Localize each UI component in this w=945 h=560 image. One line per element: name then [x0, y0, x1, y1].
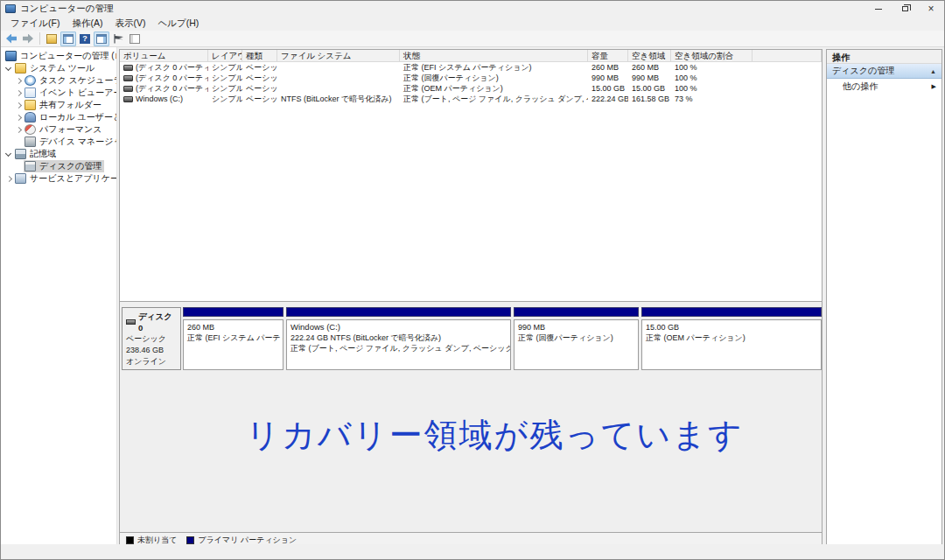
disk-type: ベーシック	[126, 333, 178, 345]
actions-group-label: ディスクの管理	[832, 65, 894, 77]
expand-arrow-icon[interactable]	[4, 174, 14, 184]
export-list-icon	[46, 34, 57, 44]
partition-efi[interactable]: 260 MB正常 (EFI システム パーティション)	[183, 307, 284, 370]
primary-partition-swatch	[186, 536, 194, 544]
toolbar-button-export-list-icon[interactable]	[44, 32, 60, 46]
tree-item-performance[interactable]: パフォーマンス	[1, 123, 116, 136]
primary-partition-bar	[183, 307, 284, 317]
menu-file[interactable]: ファイル(F)	[4, 17, 66, 31]
column-header-col-capacity[interactable]: 容量	[588, 50, 628, 61]
tree-item-label: システム ツール	[30, 62, 94, 74]
tree-item-task-scheduler[interactable]: タスク スケジューラ	[1, 74, 116, 87]
column-header-col-filesystem[interactable]: ファイル システム	[277, 50, 400, 61]
partition-info: 15.00 GB正常 (OEM パーティション)	[641, 319, 822, 370]
disk-status: オンライン	[126, 356, 178, 368]
primary-partition-bar	[514, 307, 639, 317]
cell-col-free: 260 MB	[628, 63, 671, 72]
tree-item-label: コンピューターの管理 (ローカル)	[20, 50, 117, 62]
actions-body: 他の操作 ▶	[827, 79, 942, 547]
collapse-arrow-icon[interactable]	[4, 150, 14, 159]
column-header-col-status[interactable]: 状態	[400, 50, 588, 61]
cell-col-volume: (ディスク 0 パーティション 5)	[120, 83, 208, 94]
partition-size: 222.24 GB NTFS (BitLocker で暗号化済み)	[290, 332, 507, 343]
task-scheduler-icon	[24, 75, 36, 86]
arrow-spacer	[14, 137, 24, 147]
submenu-arrow-icon: ▶	[932, 83, 936, 90]
tree-item-storage[interactable]: 記憶域	[1, 148, 116, 160]
toolbar-button-show-action-pane-icon[interactable]	[94, 32, 109, 46]
unallocated-swatch	[126, 536, 134, 544]
partition-info: 260 MB正常 (EFI システム パーティション)	[183, 319, 284, 370]
partition-info: 990 MB正常 (回復パーティション)	[514, 319, 639, 370]
volume-list: ボリュームレイアウト種類ファイル システム状態容量空き領域空き領域の割合 (ディ…	[120, 50, 822, 301]
services-icon	[15, 173, 26, 184]
toolbar-button-flag-icon[interactable]	[110, 32, 126, 46]
volume-row-partition5[interactable]: (ディスク 0 パーティション 5)シンプルベーシック正常 (OEM パーティシ…	[120, 83, 822, 94]
more-actions-item[interactable]: 他の操作 ▶	[827, 79, 942, 94]
tree-node: パフォーマンス	[24, 123, 104, 136]
performance-icon	[24, 124, 36, 135]
computer-management-window: コンピューターの管理 × ファイル(F)操作(A)表示(V)ヘルプ(H) コンピ…	[0, 0, 945, 560]
cell-col-volume: Windows (C:)	[120, 94, 208, 103]
system-tools-icon	[15, 63, 26, 74]
menu-view[interactable]: 表示(V)	[108, 17, 151, 31]
cell-col-free-pct: 100 %	[671, 84, 752, 93]
column-header-col-type[interactable]: 種類	[242, 50, 277, 61]
disk-name: ディスク 0	[138, 311, 178, 333]
tree-item-shared-folders[interactable]: 共有フォルダー	[1, 99, 116, 111]
tree-item-device-manager[interactable]: デバイス マネージャー	[1, 136, 116, 148]
tree-node: ディスクの管理	[24, 160, 104, 172]
tree-item-label: ローカル ユーザーとグループ	[39, 111, 117, 123]
tree-item-local-users-groups[interactable]: ローカル ユーザーとグループ	[1, 111, 116, 123]
actions-group-disk-management[interactable]: ディスクの管理 ▲	[827, 64, 942, 79]
device-manager-icon	[24, 136, 36, 147]
toolbar-button-back-icon[interactable]	[4, 32, 19, 46]
toolbar-button-forward-icon[interactable]	[20, 32, 36, 46]
toolbar-button-show-console-tree-icon[interactable]	[60, 32, 76, 46]
expand-arrow-icon[interactable]	[14, 101, 24, 110]
column-header-col-free-pct[interactable]: 空き領域の割合	[671, 50, 752, 61]
cell-col-capacity: 222.24 GB	[588, 94, 628, 103]
cell-col-free: 990 MB	[628, 74, 671, 82]
shared-folder-icon	[24, 100, 36, 110]
toolbar-button-panel-icon[interactable]	[127, 32, 143, 46]
restore-button[interactable]	[892, 1, 918, 17]
menu-action[interactable]: 操作(A)	[66, 17, 108, 31]
disk0-label[interactable]: ディスク 0 ベーシック 238.46 GB オンライン	[122, 307, 181, 370]
expand-arrow-icon[interactable]	[14, 113, 24, 122]
users-icon	[24, 112, 36, 122]
volume-icon	[123, 96, 133, 102]
tree-item-event-viewer[interactable]: イベント ビューアー	[1, 87, 116, 99]
volume-list-header: ボリュームレイアウト種類ファイル システム状態容量空き領域空き領域の割合	[120, 50, 822, 62]
tree-item-label: サービスとアプリケーション	[30, 172, 117, 185]
tree-item-services-apps[interactable]: サービスとアプリケーション	[1, 172, 116, 185]
partition-recovery[interactable]: 990 MB正常 (回復パーティション)	[514, 307, 639, 370]
expand-arrow-icon[interactable]	[14, 125, 24, 135]
more-actions-label: 他の操作	[843, 80, 878, 93]
tree-item-system-tools[interactable]: システム ツール	[1, 62, 116, 74]
toolbar-button-help-icon[interactable]	[77, 32, 93, 46]
column-header-col-layout[interactable]: レイアウト	[208, 50, 242, 61]
collapse-arrow-icon[interactable]: ▲	[930, 68, 936, 74]
partitions: 260 MB正常 (EFI システム パーティション)Windows (C:)2…	[183, 307, 820, 370]
annotation-text: リカバリー領域が残っています	[120, 416, 822, 454]
tree-item-disk-management[interactable]: ディスクの管理	[1, 160, 116, 172]
column-header-col-volume[interactable]: ボリューム	[120, 50, 208, 61]
tree-node: 共有フォルダー	[24, 99, 104, 111]
partition-windows-c[interactable]: Windows (C:)222.24 GB NTFS (BitLocker で暗…	[286, 307, 511, 370]
tree-item-root[interactable]: コンピューターの管理 (ローカル)	[1, 50, 116, 62]
disk-management-icon	[24, 161, 36, 172]
partition-oem[interactable]: 15.00 GB正常 (OEM パーティション)	[641, 307, 822, 370]
menu-help[interactable]: ヘルプ(H)	[151, 17, 205, 31]
expand-arrow-icon[interactable]	[14, 76, 24, 86]
close-button[interactable]: ×	[918, 1, 944, 17]
partition-size: 15.00 GB	[646, 322, 817, 332]
volume-row-partition1[interactable]: (ディスク 0 パーティション 1)シンプルベーシック正常 (EFI システム …	[120, 62, 822, 73]
volume-row-windows-c[interactable]: Windows (C:)シンプルベーシックNTFS (BitLocker で暗号…	[120, 94, 822, 104]
volume-row-partition4[interactable]: (ディスク 0 パーティション 4)シンプルベーシック正常 (回復パーティション…	[120, 73, 822, 83]
column-header-col-free[interactable]: 空き領域	[628, 50, 671, 61]
minimize-button[interactable]	[865, 1, 892, 17]
expand-arrow-icon[interactable]	[14, 88, 24, 98]
content-area: コンピューターの管理 (ローカル)システム ツールタスク スケジューライベント …	[1, 47, 944, 544]
collapse-arrow-icon[interactable]	[4, 64, 14, 74]
